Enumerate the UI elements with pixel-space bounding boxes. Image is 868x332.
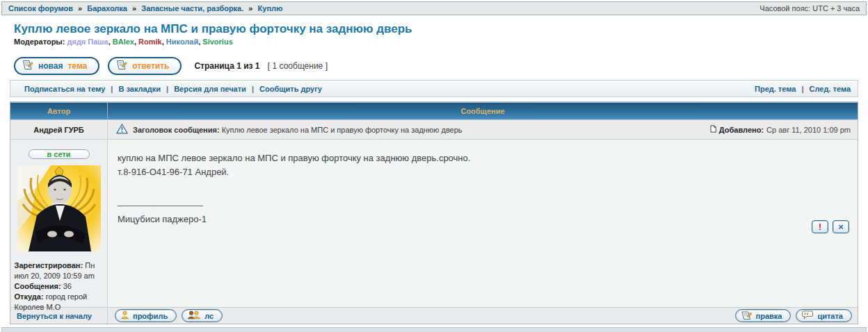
- posted-label: Добавлено:: [719, 126, 764, 134]
- moderator-link[interactable]: Romik: [138, 38, 162, 46]
- note-pencil-icon: [115, 60, 127, 72]
- author-column-header: Автор: [10, 102, 108, 119]
- breadcrumb-link-forum-list[interactable]: Список форумов: [8, 4, 73, 13]
- bottom-table-edge: [1, 327, 867, 332]
- post-body-row: в сети: [10, 139, 858, 307]
- breadcrumb-separator: »: [78, 4, 82, 13]
- subject-text: Куплю левое зеркало на МПС и правую форт…: [222, 126, 463, 134]
- reply-label: ответить: [132, 61, 169, 71]
- message-text: куплю на МПС левое зеркало на МПС и прав…: [118, 151, 848, 179]
- moderator-link[interactable]: дядя Паша: [67, 38, 108, 46]
- page-title: Куплю левое зеркало на МПС и правую форт…: [14, 22, 412, 36]
- joined-label: Зарегистрирован:: [15, 261, 83, 269]
- back-to-top-link[interactable]: Вернуться к началу: [17, 312, 92, 320]
- subscribe-link[interactable]: Подписаться на тему: [24, 85, 105, 93]
- signature-text: Мицубиси паджеро-1: [118, 214, 848, 224]
- new-topic-button[interactable]: новаятема: [14, 57, 99, 75]
- moderators-line: Модераторы: дядя Паша, BAlex, Romik, Ник…: [14, 38, 233, 46]
- two-persons-icon: [187, 310, 201, 321]
- from-label: Откуда:: [15, 292, 44, 301]
- posts-label: Сообщения:: [15, 282, 61, 290]
- message-column-header: Сообщение: [108, 102, 858, 119]
- new-topic-label-part2: тема: [67, 61, 87, 71]
- next-topic-link[interactable]: След. тема: [810, 85, 851, 93]
- moderator-link[interactable]: Sivorius: [202, 38, 232, 46]
- new-topic-label-part1: новая: [38, 61, 63, 71]
- topic-table: Автор Сообщение Андрей ГУРБ Заголовок со…: [10, 101, 858, 324]
- post-subject-row: Андрей ГУРБ Заголовок сообщения: Куплю л…: [10, 119, 858, 139]
- bookmark-link[interactable]: В закладки: [118, 85, 160, 93]
- post-footer-row: Вернуться к началу профиль: [10, 307, 858, 324]
- quote-bubble-icon: [801, 310, 814, 321]
- edit-post-button[interactable]: правка: [735, 309, 791, 322]
- topic-action-bar: Подписаться на тему | В закладки | Верси…: [10, 80, 858, 97]
- edit-pencil-icon: [741, 310, 753, 322]
- posts-value: 36: [63, 282, 72, 290]
- timezone-label: Часовой пояс: UTC + 3 часа: [760, 4, 860, 13]
- breadcrumb-separator: »: [248, 4, 252, 13]
- quote-post-button[interactable]: цитата: [796, 309, 852, 322]
- warning-triangle-icon: [116, 124, 128, 135]
- breadcrumb-bar: Список форумов » Барахолка » Запасные ча…: [1, 1, 867, 15]
- breadcrumb: Список форумов » Барахолка » Запасные ча…: [8, 4, 282, 13]
- delete-post-button[interactable]: ×: [833, 220, 849, 233]
- moderators-label: Модераторы:: [14, 38, 65, 46]
- profile-button[interactable]: профиль: [115, 309, 177, 322]
- user-avatar: [17, 165, 101, 251]
- page-icon: [710, 125, 716, 134]
- action-links-right: Пред. тема | След. тема: [755, 85, 851, 93]
- post-author-name: Андрей ГУРБ: [10, 120, 108, 139]
- author-cell: в сети: [10, 140, 108, 307]
- online-status-badge: в сети: [29, 149, 90, 159]
- private-message-button[interactable]: лс: [182, 309, 223, 322]
- message-counter: [ 1 сообщение ]: [268, 61, 328, 71]
- pagination-info: Страница 1 из 1 [ 1 сообщение ]: [194, 61, 328, 71]
- tell-friend-link[interactable]: Сообщить другу: [259, 85, 322, 93]
- message-cell: куплю на МПС левое зеркало на МПС и прав…: [108, 140, 858, 307]
- report-post-button[interactable]: !: [812, 220, 828, 233]
- person-icon: [120, 310, 129, 321]
- table-header-row: Автор Сообщение: [10, 102, 858, 119]
- signature-divider: _________________: [118, 198, 848, 205]
- note-pencil-icon: [22, 60, 33, 72]
- breadcrumb-link-fleamarket[interactable]: Барахолка: [87, 4, 127, 13]
- subject-label: Заголовок сообщения:: [133, 126, 220, 134]
- moderator-link[interactable]: BAlex: [113, 38, 134, 46]
- breadcrumb-separator: »: [132, 4, 136, 13]
- reply-button[interactable]: ответить: [108, 57, 182, 75]
- print-version-link[interactable]: Версия для печати: [174, 85, 246, 93]
- posted-datetime: Ср авг 11, 2010 1:09 pm: [766, 126, 851, 134]
- user-info: Зарегистрирован: Пн июл 20, 2009 10:59 a…: [15, 260, 104, 313]
- topic-toolbar: новаятема ответить Страница 1 из 1 [ 1 с…: [14, 57, 328, 75]
- breadcrumb-link-buy[interactable]: Куплю: [258, 4, 283, 13]
- breadcrumb-link-spare-parts[interactable]: Запасные части, разборка.: [141, 4, 243, 13]
- action-links-left: Подписаться на тему | В закладки | Верси…: [24, 85, 322, 93]
- page-counter: Страница 1 из 1: [194, 61, 259, 71]
- moderator-link[interactable]: Николай: [166, 38, 198, 46]
- prev-topic-link[interactable]: Пред. тема: [755, 85, 796, 93]
